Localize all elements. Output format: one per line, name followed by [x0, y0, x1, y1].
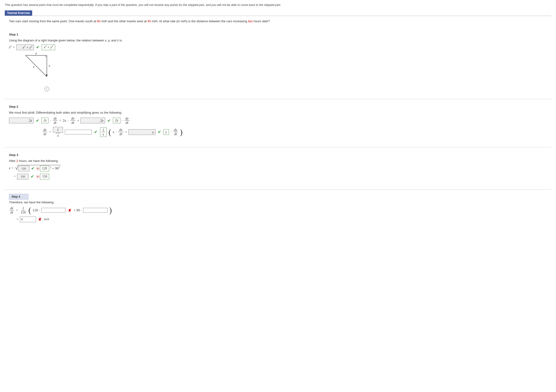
solution-150-wrap: 150: [36, 174, 49, 180]
step4-input-final[interactable]: 0: [20, 217, 36, 222]
step4-line2: = 0 ✘ mi/h: [16, 217, 551, 222]
step3-input-150[interactable]: 150: [17, 174, 28, 180]
check-icon: ✔: [31, 166, 34, 171]
tutorial-exercise-bar: Tutorial Exercise: [5, 10, 32, 16]
target-icon: [36, 167, 39, 170]
divider: [5, 189, 551, 190]
step4-text: Therefore, we have the following.: [9, 201, 551, 204]
step3-line1: z = 120 ✔ 120 2 + 902: [9, 165, 551, 171]
step1-solution: x2 + y2: [42, 45, 55, 50]
step1-title: Step 1: [5, 27, 551, 38]
check-icon: ✔: [31, 174, 34, 179]
step1-input[interactable]: x2 + y2: [16, 45, 34, 50]
step1-text: Using the diagram of a right triangle gi…: [9, 39, 551, 42]
solution-y: y: [163, 129, 169, 135]
step2-input-blank[interactable]: [65, 130, 92, 134]
step1-equation: z2 = x2 + y2 ✔ x2 + y2: [9, 45, 551, 50]
triangle-diagram: y x z: [23, 53, 52, 81]
step3-input-120[interactable]: 120: [18, 166, 29, 171]
step2-input-y[interactable]: y: [129, 129, 155, 135]
solution-120-wrap: 120: [36, 166, 49, 171]
solution-2y: 2y: [113, 118, 120, 123]
x-icon: ✘: [38, 217, 41, 222]
target-icon: [36, 175, 39, 178]
svg-text:x: x: [48, 64, 50, 67]
check-icon: ✔: [108, 118, 110, 123]
step2-input-2z[interactable]: 2z: [9, 118, 34, 123]
x-icon: ✘: [68, 208, 71, 212]
step4-title: Step 4: [9, 194, 28, 200]
step2-text: We must find dz/dt. Differentiating both…: [9, 111, 551, 114]
step4-input-b[interactable]: [83, 208, 108, 212]
svg-line-2: [26, 55, 47, 77]
solution-2z: 2z: [41, 118, 48, 123]
step2-line1: 2z ✔ 2z · dzdt = 2x · dxdt + 2y ✔ 2y · d…: [9, 117, 551, 125]
problem-statement: Two cars start moving from the same poin…: [9, 19, 270, 23]
step3-title: Step 3: [5, 148, 551, 158]
step2-input-2y[interactable]: 2y: [80, 118, 105, 123]
sequential-instructions: This question has several parts that mus…: [5, 2, 551, 9]
step4-line1: dzdt = 1150 ( 120 · ✘ + 90 · ): [9, 206, 551, 214]
step4-input-a[interactable]: [41, 208, 66, 212]
svg-text:z: z: [33, 65, 34, 68]
check-icon: ✔: [36, 118, 39, 123]
step2-title: Step 2: [5, 99, 551, 110]
check-icon: ✔: [94, 130, 97, 134]
check-icon: ✔: [36, 45, 39, 49]
step3-line2: = 150 ✔ 150: [14, 174, 551, 180]
step2-input-1overz[interactable]: 1 z: [53, 127, 63, 137]
svg-text:y: y: [35, 51, 37, 55]
step2-line2: dzdt = 1 z ✔ 1 z ( x · dxdt + y ✔ y · dy…: [42, 127, 551, 137]
solution-1overz: 1 z: [100, 127, 107, 137]
check-icon: ✔: [158, 130, 161, 134]
step3-text: After 2 hours, we have the following.: [9, 159, 551, 163]
info-icon[interactable]: i: [45, 87, 49, 91]
